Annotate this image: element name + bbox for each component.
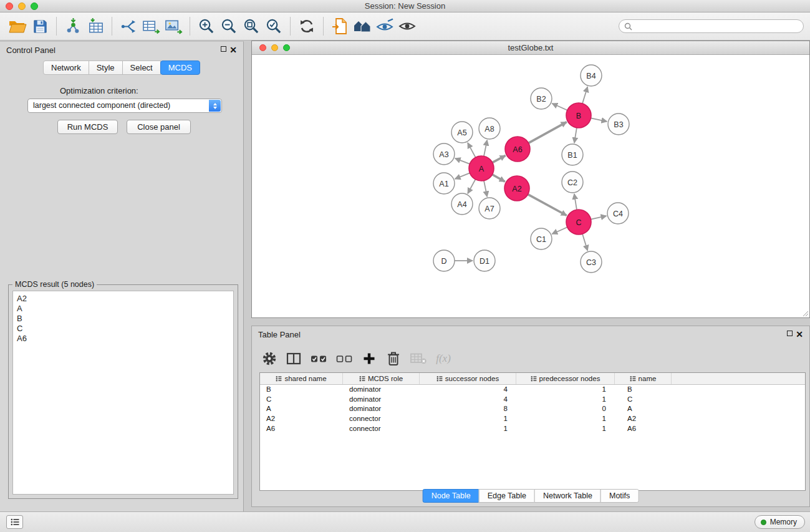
- optimization-criterion-select[interactable]: largest connected component (directed): [27, 99, 222, 113]
- graph-node-B4[interactable]: B4: [581, 65, 602, 86]
- graph-node-D[interactable]: D: [433, 250, 455, 271]
- graph-edge-A6-B[interactable]: [529, 122, 567, 143]
- column-header-shared-name[interactable]: shared name: [260, 373, 343, 384]
- reset-layout-button[interactable]: [351, 15, 374, 37]
- column-header-name[interactable]: name: [615, 373, 672, 384]
- graph-node-B3[interactable]: B3: [608, 114, 629, 135]
- task-history-button[interactable]: [6, 515, 23, 529]
- graph-node-C3[interactable]: C3: [581, 251, 602, 273]
- graph-node-B1[interactable]: B1: [562, 144, 583, 165]
- graph-edge-A2-C[interactable]: [528, 195, 567, 216]
- import-table-button[interactable]: [84, 15, 107, 37]
- table-row[interactable]: A6connector11A6: [260, 424, 805, 434]
- tab-edge-table[interactable]: Edge Table: [479, 489, 535, 503]
- tab-select[interactable]: Select: [122, 60, 161, 75]
- graph-edge-B-B3[interactable]: [591, 118, 607, 122]
- zoom-selected-button[interactable]: [263, 15, 285, 37]
- export-table-button[interactable]: [140, 15, 162, 37]
- table-settings-button[interactable]: [262, 351, 277, 367]
- graph-edge-A-A2[interactable]: [492, 175, 504, 181]
- mcds-result-item[interactable]: C: [17, 324, 229, 334]
- graph-edge-C-C4[interactable]: [591, 216, 607, 220]
- style-preview-button[interactable]: [374, 15, 396, 37]
- run-mcds-button[interactable]: Run MCDS: [57, 120, 118, 134]
- mcds-result-item[interactable]: A2: [17, 294, 229, 304]
- graph-node-A3[interactable]: A3: [433, 143, 455, 165]
- graph-edge-A-A4[interactable]: [468, 180, 475, 194]
- graph-node-C1[interactable]: C1: [531, 228, 552, 249]
- graph-edge-B-B4[interactable]: [582, 87, 587, 104]
- graph-node-A[interactable]: A: [469, 156, 494, 181]
- tab-network-table[interactable]: Network Table: [534, 489, 601, 503]
- network-canvas[interactable]: B4B2BB3A5A8A6B1A3AC2A1A2A4A7C4CC1C3DD1: [252, 55, 809, 317]
- graph-edge-C-C3[interactable]: [582, 234, 587, 251]
- column-header-mcds-role[interactable]: MCDS role: [343, 373, 420, 384]
- graph-node-C2[interactable]: C2: [562, 172, 583, 193]
- save-session-button[interactable]: [29, 15, 51, 37]
- export-image-button[interactable]: [162, 15, 185, 37]
- mcds-result-list[interactable]: A2ABCA6: [12, 291, 234, 495]
- function-builder-button[interactable]: f(x): [436, 351, 451, 367]
- graph-node-C4[interactable]: C4: [607, 203, 629, 224]
- graph-edge-A-A3[interactable]: [455, 158, 470, 164]
- float-table-panel-icon[interactable]: [787, 331, 793, 336]
- zoom-fit-button[interactable]: [240, 15, 263, 37]
- table-row[interactable]: Bdominator41B: [260, 385, 805, 395]
- table-row[interactable]: A2connector11A2: [260, 414, 805, 424]
- network-tools-button[interactable]: [117, 15, 140, 37]
- deselect-all-button[interactable]: [336, 351, 352, 367]
- graph-edge-C-C1[interactable]: [552, 227, 567, 234]
- select-all-button[interactable]: [311, 351, 327, 367]
- graph-edge-A-A5[interactable]: [468, 143, 476, 158]
- graph-node-C[interactable]: C: [566, 210, 591, 235]
- graph-node-A7[interactable]: A7: [479, 198, 500, 219]
- graph-edge-A-A8[interactable]: [484, 140, 487, 157]
- tab-network[interactable]: Network: [43, 60, 89, 75]
- graph-edge-A-A6[interactable]: [493, 155, 506, 162]
- tab-motifs[interactable]: Motifs: [600, 489, 639, 503]
- graph-node-A1[interactable]: A1: [433, 173, 455, 194]
- close-table-panel-icon[interactable]: ✕: [796, 331, 803, 338]
- graph-node-A6[interactable]: A6: [505, 137, 530, 162]
- graph-edge-B-B2[interactable]: [552, 104, 567, 110]
- float-panel-icon[interactable]: [221, 46, 226, 52]
- mcds-result-item[interactable]: B: [17, 314, 229, 324]
- delete-table-button[interactable]: [410, 351, 427, 367]
- resize-grip-icon[interactable]: [801, 309, 809, 317]
- tab-style[interactable]: Style: [89, 60, 123, 75]
- zoom-out-button[interactable]: [218, 15, 240, 37]
- zoom-in-button[interactable]: [195, 15, 218, 37]
- close-panel-button[interactable]: Close panel: [127, 120, 191, 134]
- graph-edge-A-A1[interactable]: [455, 173, 470, 179]
- table-row[interactable]: Cdominator41C: [260, 395, 805, 405]
- show-columns-button[interactable]: [286, 351, 301, 367]
- tab-node-table[interactable]: Node Table: [423, 489, 480, 503]
- mcds-result-item[interactable]: A: [17, 304, 229, 314]
- close-panel-icon[interactable]: ✕: [229, 46, 237, 54]
- graph-node-D1[interactable]: D1: [474, 250, 495, 271]
- create-column-button[interactable]: [362, 351, 377, 367]
- graph-node-B2[interactable]: B2: [531, 88, 552, 109]
- table-row[interactable]: Adominator80A: [260, 404, 805, 414]
- graph-edge-C-C2[interactable]: [574, 194, 577, 210]
- graph-node-A2[interactable]: A2: [504, 176, 529, 201]
- network-graph[interactable]: B4B2BB3A5A8A6B1A3AC2A1A2A4A7C4CC1C3DD1: [252, 55, 809, 317]
- toolbar-search[interactable]: [619, 19, 804, 33]
- graph-node-A8[interactable]: A8: [479, 118, 500, 139]
- column-header-predecessor-nodes[interactable]: predecessor nodes: [516, 373, 615, 384]
- show-hide-graphics-button[interactable]: [396, 15, 418, 37]
- graph-node-A5[interactable]: A5: [451, 122, 473, 143]
- mcds-result-item[interactable]: A6: [17, 334, 229, 344]
- graph-node-B[interactable]: B: [566, 103, 591, 128]
- graph-node-A4[interactable]: A4: [451, 193, 473, 215]
- tab-mcds[interactable]: MCDS: [160, 60, 200, 75]
- refresh-view-button[interactable]: [296, 15, 318, 37]
- search-input[interactable]: [635, 22, 798, 31]
- graph-edge-A-A7[interactable]: [484, 181, 487, 197]
- graph-edge-B-B1[interactable]: [574, 128, 577, 143]
- memory-button[interactable]: Memory: [755, 515, 805, 529]
- open-session-button[interactable]: [6, 15, 29, 37]
- delete-column-button[interactable]: [386, 351, 401, 367]
- open-recent-button[interactable]: [329, 15, 351, 37]
- import-network-button[interactable]: [62, 15, 84, 37]
